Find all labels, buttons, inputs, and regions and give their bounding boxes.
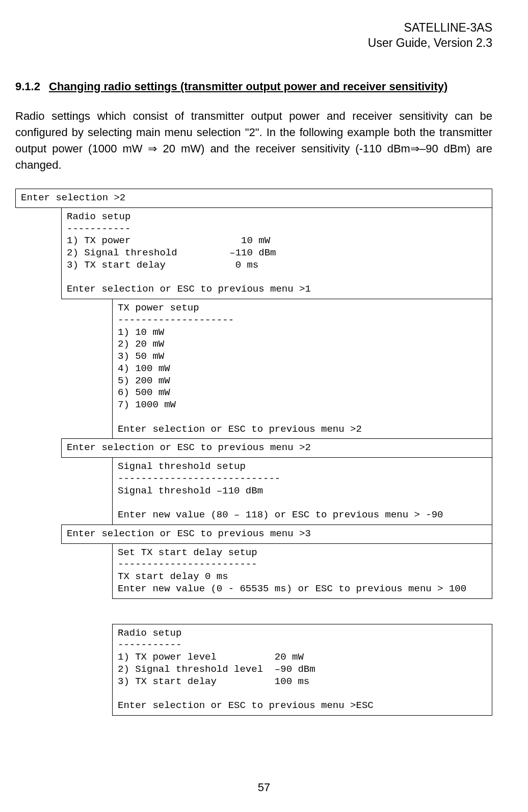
terminal-box-enter-selection-2: Enter selection >2 — [15, 189, 492, 208]
section-heading: 9.1.2Changing radio settings (transmitte… — [15, 79, 492, 94]
terminal-box-enter-selection-esc-3: Enter selection or ESC to previous menu … — [61, 525, 492, 544]
terminal-box-enter-selection-esc-2: Enter selection or ESC to previous menu … — [61, 438, 492, 458]
header-guide: User Guide, Version 2.3 — [15, 36, 492, 51]
terminal-box-tx-power-setup: TX power setup -------------------- 1) 1… — [112, 299, 492, 439]
page-header: SATELLINE-3AS User Guide, Version 2.3 — [15, 20, 492, 51]
spacer — [15, 599, 492, 624]
terminal-box-signal-threshold-setup: Signal threshold setup -----------------… — [112, 457, 492, 525]
body-paragraph: Radio settings which consist of transmit… — [15, 108, 492, 173]
page-container: SATELLINE-3AS User Guide, Version 2.3 9.… — [0, 0, 528, 812]
terminal-box-tx-start-delay-setup: Set TX start delay setup ---------------… — [112, 543, 492, 599]
header-product: SATELLINE-3AS — [15, 20, 492, 36]
terminal-box-radio-setup-initial: Radio setup ----------- 1) TX power 10 m… — [61, 207, 492, 299]
terminal-box-radio-setup-final: Radio setup ----------- 1) TX power leve… — [112, 624, 492, 716]
section-number: 9.1.2 — [15, 79, 49, 94]
page-number: 57 — [0, 781, 528, 794]
section-title: Changing radio settings (transmitter out… — [49, 79, 490, 94]
